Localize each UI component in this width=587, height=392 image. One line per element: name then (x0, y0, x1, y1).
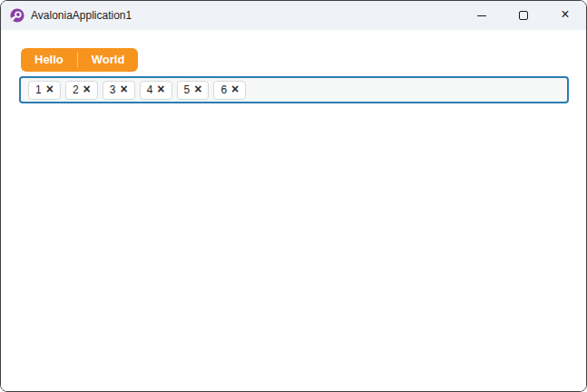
tabstrip: Hello World (21, 48, 138, 72)
chip: 1 × (28, 81, 61, 100)
close-icon: × (194, 83, 201, 95)
close-icon: × (157, 83, 164, 95)
chip: 3 × (103, 81, 135, 100)
tags-input[interactable]: 1 × 2 × 3 × 4 × (19, 76, 569, 103)
close-icon: × (46, 83, 54, 95)
minimize-button[interactable] (461, 1, 503, 30)
close-button[interactable]: × (544, 1, 586, 30)
content-area: Hello World 1 × 2 × 3 × (1, 30, 586, 391)
chip-label: 4 (147, 84, 153, 95)
close-icon: × (231, 83, 239, 95)
close-icon: × (83, 83, 91, 95)
chip-remove-button[interactable]: × (157, 83, 164, 96)
chip-remove-button[interactable]: × (83, 83, 91, 96)
chip: 6 × (213, 81, 246, 100)
minimize-icon (477, 15, 486, 16)
window-controls: × (461, 1, 586, 30)
titlebar-left: AvaloniaApplication1 (1, 8, 132, 23)
chip-label: 5 (184, 84, 191, 95)
chip: 2 × (65, 81, 98, 100)
chip-label: 1 (35, 84, 42, 95)
chip-label: 6 (220, 84, 227, 95)
chip: 5 × (177, 81, 210, 100)
chip: 4 × (140, 81, 172, 100)
maximize-button[interactable] (503, 1, 544, 30)
close-icon: × (120, 83, 127, 95)
tab-hello[interactable]: Hello (21, 48, 77, 72)
chip-label: 2 (73, 84, 79, 95)
titlebar[interactable]: AvaloniaApplication1 × (1, 1, 586, 30)
chip-remove-button[interactable]: × (231, 83, 239, 96)
tab-world[interactable]: World (78, 48, 139, 72)
maximize-icon (519, 11, 528, 20)
chip-label: 3 (110, 84, 116, 95)
window-title: AvaloniaApplication1 (31, 9, 132, 22)
close-icon: × (561, 7, 569, 22)
app-window: AvaloniaApplication1 × Hello World 1 × (0, 0, 587, 392)
chip-remove-button[interactable]: × (46, 83, 54, 96)
chip-remove-button[interactable]: × (120, 83, 127, 96)
chip-remove-button[interactable]: × (194, 83, 201, 96)
avalonia-logo-icon (10, 8, 24, 23)
